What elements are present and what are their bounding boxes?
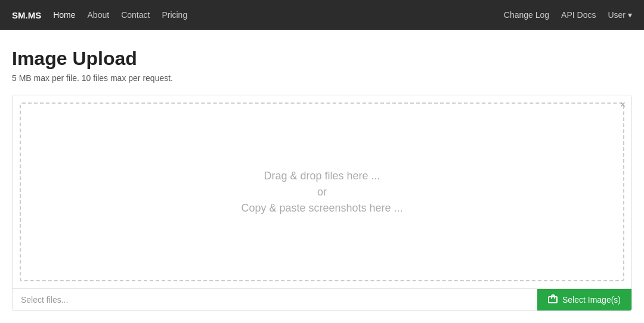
select-images-icon [548,296,558,303]
chevron-down-icon: ▾ [628,10,632,20]
page-subtitle: 5 MB max per file. 10 files max per requ… [12,73,632,83]
select-images-button[interactable]: Select Image(s) [537,289,631,310]
main-content: Image Upload 5 MB max per file. 10 files… [0,30,644,323]
dropzone[interactable]: Drag & drop files here ... or Copy & pas… [20,103,624,281]
navbar-brand[interactable]: SM.MS [12,10,41,20]
nav-link-changelog[interactable]: Change Log [504,10,549,20]
user-label: User [608,10,626,20]
nav-link-about[interactable]: About [88,10,110,20]
nav-link-home[interactable]: Home [53,10,75,20]
dropzone-text-paste: Copy & paste screenshots here ... [241,202,402,215]
upload-container: × Drag & drop files here ... or Copy & p… [13,95,631,288]
close-button[interactable]: × [620,100,626,110]
nav-link-apidocs[interactable]: API Docs [561,10,596,20]
dropzone-text-or: or [317,186,327,198]
select-images-label: Select Image(s) [562,295,621,305]
user-dropdown[interactable]: User ▾ [608,10,632,20]
navbar-right: Change Log API Docs User ▾ [504,10,632,20]
select-files-placeholder: Select files... [13,289,537,310]
footer-bar: Select files... Select Image(s) [13,288,631,310]
nav-link-contact[interactable]: Contact [121,10,150,20]
navbar: SM.MS Home About Contact Pricing Change … [0,0,644,30]
upload-wrapper: × Drag & drop files here ... or Copy & p… [12,95,632,311]
nav-link-pricing[interactable]: Pricing [162,10,187,20]
page-title: Image Upload [12,48,632,70]
navbar-left: SM.MS Home About Contact Pricing [12,10,187,20]
dropzone-text-drag: Drag & drop files here ... [264,170,380,182]
